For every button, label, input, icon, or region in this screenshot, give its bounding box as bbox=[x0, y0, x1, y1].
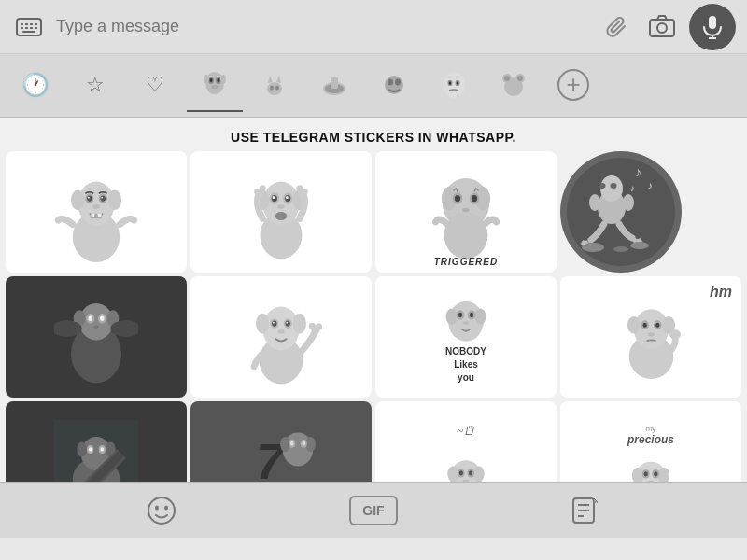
svg-rect-7 bbox=[30, 27, 33, 29]
sticker-10[interactable]: 7 bbox=[190, 401, 372, 482]
sticker-3[interactable]: TRIGGERED bbox=[375, 151, 557, 273]
svg-point-140 bbox=[669, 330, 681, 340]
gollum-thumb-icon bbox=[198, 68, 232, 102]
svg-point-176 bbox=[155, 505, 159, 510]
food-thumb-icon bbox=[317, 68, 351, 102]
sticker-11[interactable]: ~🗒 bbox=[375, 401, 557, 482]
svg-point-89 bbox=[623, 194, 634, 211]
svg-rect-3 bbox=[30, 23, 33, 25]
sticker-9[interactable]: this is a wretched path bbox=[6, 401, 187, 482]
svg-point-157 bbox=[290, 441, 294, 446]
svg-point-129 bbox=[470, 313, 473, 317]
message-bar bbox=[0, 0, 747, 54]
category-recent[interactable]: 🕐 bbox=[7, 60, 63, 112]
svg-point-71 bbox=[260, 185, 266, 191]
svg-point-148 bbox=[89, 447, 92, 452]
cats-thumb-icon bbox=[258, 68, 291, 102]
camera-button[interactable] bbox=[644, 9, 680, 45]
svg-point-73 bbox=[296, 185, 303, 191]
svg-point-88 bbox=[589, 194, 600, 211]
gif-button[interactable]: GIF bbox=[349, 496, 398, 525]
svg-point-50 bbox=[87, 196, 92, 202]
svg-point-130 bbox=[463, 321, 470, 324]
svg-point-175 bbox=[148, 497, 175, 524]
svg-rect-2 bbox=[25, 23, 28, 25]
svg-point-67 bbox=[286, 197, 289, 200]
svg-point-125 bbox=[474, 309, 486, 325]
sticker-grid-row1: TRIGGERED ♪ ♪ ♪ bbox=[6, 151, 741, 273]
svg-point-68 bbox=[277, 205, 284, 210]
category-cats[interactable] bbox=[247, 60, 303, 112]
monster-thumb-icon bbox=[377, 68, 411, 102]
face-thumb-icon bbox=[437, 68, 471, 102]
svg-point-138 bbox=[655, 323, 659, 328]
svg-point-33 bbox=[395, 78, 401, 85]
svg-point-15 bbox=[205, 72, 224, 94]
sticker-1[interactable] bbox=[6, 151, 187, 273]
svg-point-95 bbox=[613, 246, 628, 252]
svg-point-172 bbox=[644, 471, 648, 476]
sticker-5[interactable] bbox=[6, 276, 187, 398]
svg-point-112 bbox=[293, 314, 306, 334]
category-add[interactable]: + bbox=[545, 60, 601, 112]
sticker-4[interactable]: ♪ ♪ ♪ bbox=[560, 151, 682, 273]
star-icon: ☆ bbox=[86, 73, 105, 97]
svg-point-22 bbox=[220, 75, 226, 84]
category-food[interactable] bbox=[306, 60, 362, 112]
svg-rect-6 bbox=[25, 27, 28, 29]
svg-point-121 bbox=[309, 323, 316, 329]
category-monster[interactable] bbox=[366, 60, 422, 112]
add-icon: + bbox=[557, 69, 589, 101]
cursive-label: ~🗒 bbox=[457, 424, 475, 439]
svg-point-128 bbox=[458, 313, 462, 317]
svg-rect-12 bbox=[709, 16, 716, 29]
category-gollum[interactable] bbox=[187, 60, 243, 112]
sticker-8[interactable]: hm bbox=[560, 276, 741, 398]
sticker-button[interactable] bbox=[562, 492, 609, 529]
keyboard-button[interactable] bbox=[11, 9, 47, 45]
svg-point-116 bbox=[286, 321, 290, 327]
sticker-grid-row2: NOBODYLikesyou hm bbox=[6, 276, 741, 398]
svg-rect-10 bbox=[650, 20, 674, 36]
svg-rect-5 bbox=[21, 27, 23, 29]
bear-thumb-icon bbox=[497, 68, 530, 102]
svg-point-26 bbox=[270, 85, 274, 90]
heart-icon: ♡ bbox=[146, 73, 164, 97]
svg-point-18 bbox=[210, 78, 213, 82]
sticker-7[interactable]: NOBODYLikesyou bbox=[375, 276, 557, 398]
svg-point-80 bbox=[472, 195, 477, 202]
category-favorites[interactable]: ☆ bbox=[67, 60, 123, 112]
bottom-bar: GIF bbox=[0, 482, 747, 538]
svg-point-144 bbox=[77, 442, 87, 457]
svg-rect-4 bbox=[35, 23, 37, 25]
attach-button[interactable] bbox=[599, 9, 635, 45]
message-input[interactable] bbox=[56, 17, 590, 36]
svg-point-90 bbox=[600, 175, 623, 202]
svg-point-93 bbox=[582, 243, 604, 252]
svg-point-34 bbox=[443, 72, 465, 98]
svg-point-103 bbox=[100, 316, 105, 321]
svg-rect-9 bbox=[22, 31, 35, 33]
sticker-12[interactable]: my precious bbox=[560, 401, 741, 482]
svg-point-119 bbox=[277, 330, 284, 335]
svg-point-54 bbox=[92, 205, 99, 210]
category-hearts[interactable]: ♡ bbox=[127, 60, 183, 112]
svg-point-177 bbox=[164, 505, 168, 510]
svg-point-69 bbox=[275, 212, 288, 220]
svg-point-11 bbox=[657, 23, 667, 33]
svg-point-81 bbox=[462, 208, 469, 213]
sticker-6[interactable] bbox=[190, 276, 372, 398]
svg-point-79 bbox=[455, 195, 460, 202]
svg-point-51 bbox=[101, 196, 106, 202]
emoji-button[interactable] bbox=[138, 492, 185, 529]
category-face[interactable] bbox=[426, 60, 482, 112]
svg-point-137 bbox=[642, 323, 646, 328]
svg-rect-57 bbox=[98, 214, 102, 217]
mic-button[interactable] bbox=[689, 4, 736, 50]
sticker-2[interactable] bbox=[190, 151, 372, 273]
svg-point-102 bbox=[88, 316, 92, 321]
category-bear[interactable] bbox=[486, 60, 542, 112]
svg-text:♪: ♪ bbox=[647, 179, 653, 192]
svg-point-47 bbox=[108, 190, 121, 211]
svg-text:♪: ♪ bbox=[630, 183, 635, 193]
